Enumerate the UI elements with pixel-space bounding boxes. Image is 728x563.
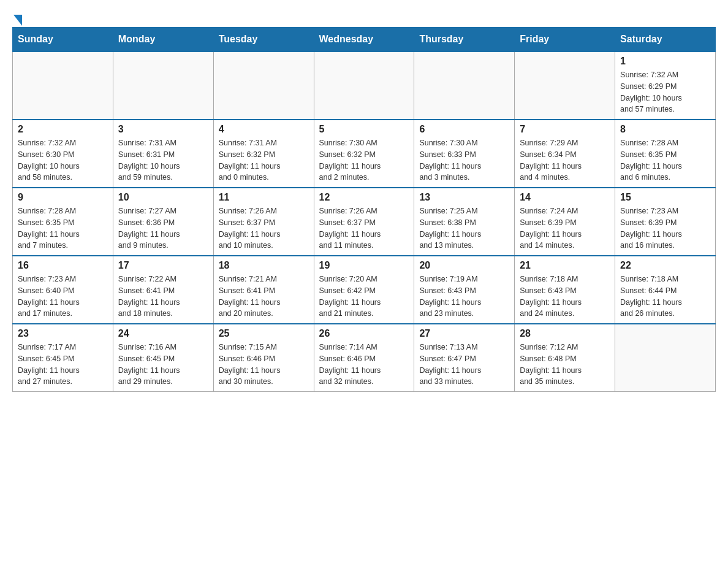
calendar-day-cell: 7Sunrise: 7:29 AM Sunset: 6:34 PM Daylig…: [515, 120, 615, 188]
logo-arrow-icon: [13, 15, 22, 26]
day-info: Sunrise: 7:12 AM Sunset: 6:48 PM Dayligh…: [520, 342, 610, 388]
calendar-day-cell: [314, 52, 414, 120]
day-info: Sunrise: 7:23 AM Sunset: 6:40 PM Dayligh…: [18, 274, 108, 320]
day-info: Sunrise: 7:22 AM Sunset: 6:41 PM Dayligh…: [118, 274, 208, 320]
day-info: Sunrise: 7:26 AM Sunset: 6:37 PM Dayligh…: [319, 205, 409, 251]
day-number: 10: [118, 192, 208, 203]
calendar-day-cell: [13, 52, 113, 120]
calendar-day-cell: 23Sunrise: 7:17 AM Sunset: 6:45 PM Dayli…: [13, 324, 113, 392]
calendar-header-row: SundayMondayTuesdayWednesdayThursdayFrid…: [13, 28, 716, 52]
calendar-day-cell: 28Sunrise: 7:12 AM Sunset: 6:48 PM Dayli…: [515, 324, 615, 392]
weekday-header-friday: Friday: [515, 28, 615, 52]
calendar-day-cell: 1Sunrise: 7:32 AM Sunset: 6:29 PM Daylig…: [615, 52, 716, 120]
day-number: 3: [118, 124, 208, 135]
calendar-week-row: 1Sunrise: 7:32 AM Sunset: 6:29 PM Daylig…: [13, 52, 716, 120]
day-number: 21: [520, 260, 610, 271]
day-info: Sunrise: 7:32 AM Sunset: 6:30 PM Dayligh…: [18, 137, 108, 183]
day-info: Sunrise: 7:13 AM Sunset: 6:47 PM Dayligh…: [419, 342, 509, 388]
weekday-header-saturday: Saturday: [615, 28, 716, 52]
logo: [12, 12, 22, 21]
calendar-day-cell: 14Sunrise: 7:24 AM Sunset: 6:39 PM Dayli…: [515, 188, 615, 256]
day-number: 20: [419, 260, 509, 271]
day-number: 9: [18, 192, 108, 203]
day-info: Sunrise: 7:27 AM Sunset: 6:36 PM Dayligh…: [118, 205, 208, 251]
calendar-day-cell: 24Sunrise: 7:16 AM Sunset: 6:45 PM Dayli…: [113, 324, 213, 392]
day-number: 25: [219, 328, 309, 339]
calendar-day-cell: 5Sunrise: 7:30 AM Sunset: 6:32 PM Daylig…: [314, 120, 414, 188]
day-number: 6: [419, 124, 509, 135]
day-number: 26: [319, 328, 409, 339]
calendar-day-cell: [615, 324, 716, 392]
calendar-day-cell: 16Sunrise: 7:23 AM Sunset: 6:40 PM Dayli…: [13, 256, 113, 324]
calendar-day-cell: [414, 52, 515, 120]
day-info: Sunrise: 7:29 AM Sunset: 6:34 PM Dayligh…: [520, 137, 610, 183]
day-number: 17: [118, 260, 208, 271]
calendar-day-cell: 10Sunrise: 7:27 AM Sunset: 6:36 PM Dayli…: [113, 188, 213, 256]
day-number: 8: [620, 124, 710, 135]
day-number: 2: [18, 124, 108, 135]
day-info: Sunrise: 7:32 AM Sunset: 6:29 PM Dayligh…: [620, 69, 710, 115]
day-info: Sunrise: 7:17 AM Sunset: 6:45 PM Dayligh…: [18, 342, 108, 388]
day-number: 5: [319, 124, 409, 135]
day-number: 13: [419, 192, 509, 203]
calendar-day-cell: 11Sunrise: 7:26 AM Sunset: 6:37 PM Dayli…: [213, 188, 314, 256]
day-info: Sunrise: 7:30 AM Sunset: 6:33 PM Dayligh…: [419, 137, 509, 183]
calendar-day-cell: 15Sunrise: 7:23 AM Sunset: 6:39 PM Dayli…: [615, 188, 716, 256]
day-number: 16: [18, 260, 108, 271]
calendar-day-cell: 9Sunrise: 7:28 AM Sunset: 6:35 PM Daylig…: [13, 188, 113, 256]
calendar-day-cell: [213, 52, 314, 120]
calendar-day-cell: 13Sunrise: 7:25 AM Sunset: 6:38 PM Dayli…: [414, 188, 515, 256]
day-number: 28: [520, 328, 610, 339]
calendar-week-row: 2Sunrise: 7:32 AM Sunset: 6:30 PM Daylig…: [13, 120, 716, 188]
day-number: 7: [520, 124, 610, 135]
weekday-header-thursday: Thursday: [414, 28, 515, 52]
day-info: Sunrise: 7:28 AM Sunset: 6:35 PM Dayligh…: [620, 137, 710, 183]
page-header: [12, 12, 716, 21]
calendar-day-cell: 4Sunrise: 7:31 AM Sunset: 6:32 PM Daylig…: [213, 120, 314, 188]
day-info: Sunrise: 7:15 AM Sunset: 6:46 PM Dayligh…: [219, 342, 309, 388]
day-number: 18: [219, 260, 309, 271]
calendar-day-cell: 25Sunrise: 7:15 AM Sunset: 6:46 PM Dayli…: [213, 324, 314, 392]
day-info: Sunrise: 7:18 AM Sunset: 6:43 PM Dayligh…: [520, 274, 610, 320]
weekday-header-tuesday: Tuesday: [213, 28, 314, 52]
day-number: 27: [419, 328, 509, 339]
day-info: Sunrise: 7:20 AM Sunset: 6:42 PM Dayligh…: [319, 274, 409, 320]
day-info: Sunrise: 7:31 AM Sunset: 6:32 PM Dayligh…: [219, 137, 309, 183]
day-info: Sunrise: 7:16 AM Sunset: 6:45 PM Dayligh…: [118, 342, 208, 388]
day-info: Sunrise: 7:18 AM Sunset: 6:44 PM Dayligh…: [620, 274, 710, 320]
day-info: Sunrise: 7:25 AM Sunset: 6:38 PM Dayligh…: [419, 205, 509, 251]
day-info: Sunrise: 7:31 AM Sunset: 6:31 PM Dayligh…: [118, 137, 208, 183]
day-number: 12: [319, 192, 409, 203]
weekday-header-monday: Monday: [113, 28, 213, 52]
calendar-week-row: 16Sunrise: 7:23 AM Sunset: 6:40 PM Dayli…: [13, 256, 716, 324]
calendar-week-row: 23Sunrise: 7:17 AM Sunset: 6:45 PM Dayli…: [13, 324, 716, 392]
weekday-header-sunday: Sunday: [13, 28, 113, 52]
calendar-table: SundayMondayTuesdayWednesdayThursdayFrid…: [12, 27, 716, 392]
calendar-day-cell: 18Sunrise: 7:21 AM Sunset: 6:41 PM Dayli…: [213, 256, 314, 324]
day-info: Sunrise: 7:23 AM Sunset: 6:39 PM Dayligh…: [620, 205, 710, 251]
day-info: Sunrise: 7:28 AM Sunset: 6:35 PM Dayligh…: [18, 205, 108, 251]
day-number: 23: [18, 328, 108, 339]
weekday-header-wednesday: Wednesday: [314, 28, 414, 52]
day-number: 4: [219, 124, 309, 135]
day-info: Sunrise: 7:21 AM Sunset: 6:41 PM Dayligh…: [219, 274, 309, 320]
calendar-day-cell: 8Sunrise: 7:28 AM Sunset: 6:35 PM Daylig…: [615, 120, 716, 188]
calendar-day-cell: 17Sunrise: 7:22 AM Sunset: 6:41 PM Dayli…: [113, 256, 213, 324]
calendar-day-cell: 12Sunrise: 7:26 AM Sunset: 6:37 PM Dayli…: [314, 188, 414, 256]
calendar-day-cell: 20Sunrise: 7:19 AM Sunset: 6:43 PM Dayli…: [414, 256, 515, 324]
day-number: 24: [118, 328, 208, 339]
day-number: 15: [620, 192, 710, 203]
day-info: Sunrise: 7:19 AM Sunset: 6:43 PM Dayligh…: [419, 274, 509, 320]
day-number: 11: [219, 192, 309, 203]
calendar-day-cell: 26Sunrise: 7:14 AM Sunset: 6:46 PM Dayli…: [314, 324, 414, 392]
calendar-day-cell: 21Sunrise: 7:18 AM Sunset: 6:43 PM Dayli…: [515, 256, 615, 324]
day-info: Sunrise: 7:26 AM Sunset: 6:37 PM Dayligh…: [219, 205, 309, 251]
calendar-day-cell: 27Sunrise: 7:13 AM Sunset: 6:47 PM Dayli…: [414, 324, 515, 392]
calendar-day-cell: 22Sunrise: 7:18 AM Sunset: 6:44 PM Dayli…: [615, 256, 716, 324]
day-number: 22: [620, 260, 710, 271]
logo-general-text: [12, 12, 22, 26]
day-info: Sunrise: 7:30 AM Sunset: 6:32 PM Dayligh…: [319, 137, 409, 183]
calendar-day-cell: [113, 52, 213, 120]
day-number: 19: [319, 260, 409, 271]
calendar-day-cell: 6Sunrise: 7:30 AM Sunset: 6:33 PM Daylig…: [414, 120, 515, 188]
